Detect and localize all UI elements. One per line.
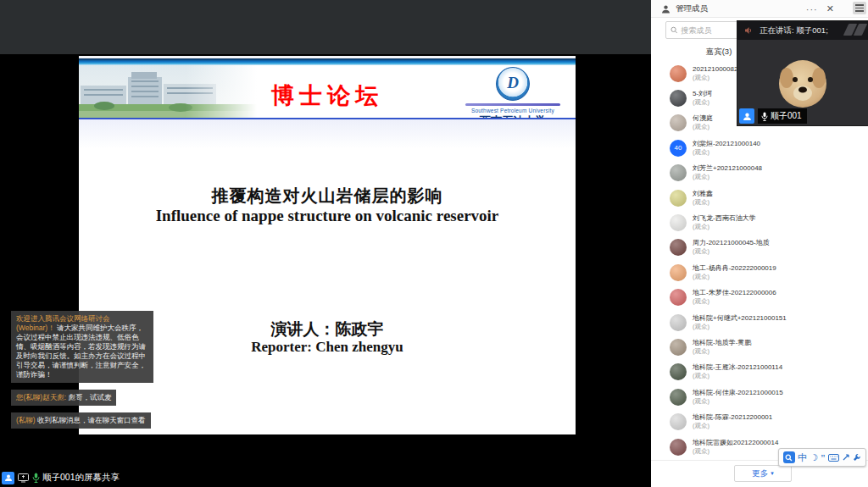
member-row[interactable]: 地科院+何继武+202121000151(观众) [651, 310, 868, 335]
member-avatar [670, 389, 687, 406]
speaker-name: 顺子001 [771, 110, 802, 122]
member-role: (观众) [693, 447, 778, 456]
slide-body-fade [79, 119, 576, 148]
member-avatar [670, 314, 687, 331]
slide-title-en: Influence of nappe structure on volcanic… [79, 207, 576, 225]
member-role: (观众) [693, 323, 787, 331]
member-role: (观众) [693, 74, 740, 82]
member-badge-icon [2, 472, 14, 484]
member-avatar [670, 214, 687, 231]
search-icon [670, 26, 677, 34]
member-role: (观众) [693, 173, 762, 181]
member-role: (观众) [693, 273, 776, 281]
speaking-label: 正在讲话: 顺子001; [760, 25, 828, 36]
member-row[interactable]: 刘芳兰+202121000048(观众) [651, 161, 868, 185]
share-banner-text: 顺子001的屏幕共享 [42, 472, 120, 484]
speaker-icon [744, 26, 753, 35]
member-avatar [670, 239, 687, 256]
chat-message-sender: (私聊) [16, 416, 37, 424]
member-row[interactable]: 刘飞龙-西南石油大学(观众) [651, 210, 868, 235]
member-name: 地工-杨冉冉-202222000019 [693, 264, 776, 273]
member-name: 地科院雷媛如202122000014 [693, 439, 778, 447]
member-avatar [670, 289, 687, 306]
chat-message-overlay: 欢迎进入腾讯会议网络研讨会(Webinar)！ 请大家共同维护大会秩序，会议过程… [11, 311, 153, 434]
member-name: 刘芳兰+202121000048 [693, 164, 762, 173]
slide-banner: 博士论坛 D Southwest Petroleum University 西南… [79, 65, 576, 118]
member-role: (观众) [693, 123, 713, 131]
member-row[interactable]: 周力-202121000045-地质(观众) [651, 235, 868, 260]
member-role: (观众) [693, 397, 783, 406]
member-role: (观众) [693, 198, 713, 207]
ime-keyboard-icon[interactable] [828, 454, 839, 462]
logo-letter: D [497, 74, 529, 92]
member-role: (观众) [693, 247, 770, 256]
chat-message: (私聊) 收到私聊消息，请在聊天窗口查看 [11, 412, 151, 429]
panel-header: 管理成员 ··· ✕ [651, 0, 868, 18]
ime-toolbar[interactable]: 中 ☽ ’’ [778, 448, 866, 467]
member-row[interactable]: 地工-杨冉冉-202222000019(观众) [651, 260, 868, 285]
member-row[interactable]: 地科院-王雁冰-202121000114(观众) [651, 360, 868, 385]
speaker-video-tile[interactable]: 正在讲话: 顺子001; 顺子001 [737, 21, 868, 125]
university-name-en: Southwest Petroleum University [462, 108, 564, 113]
member-avatar [670, 90, 687, 107]
university-logo-icon: D [496, 67, 530, 101]
member-name: 地科院-何佳康-202121000015 [693, 389, 783, 397]
member-name: 地科院+何继武+202121000151 [693, 314, 787, 323]
ime-handwriting-icon[interactable] [842, 453, 850, 462]
member-role: (观众) [693, 98, 712, 107]
more-button-label: 更多 [752, 468, 768, 479]
dog-avatar [778, 59, 827, 112]
member-avatar [670, 264, 687, 281]
member-name: 刘雅鑫 [693, 190, 713, 198]
caret-down-icon: ▾ [771, 470, 774, 477]
member-name: 地科院-地质学-黄鹏 [693, 339, 751, 347]
slide-title-cn: 推覆构造对火山岩储层的影响 [79, 185, 576, 208]
ime-toolbox-icon[interactable] [853, 453, 861, 462]
member-role: (观众) [693, 372, 782, 380]
member-name: 地科院-王雁冰-202121000114 [693, 363, 782, 372]
stage-top-band [0, 0, 651, 54]
speaking-status-bar: 正在讲话: 顺子001; [737, 21, 868, 40]
member-role: (观众) [693, 223, 756, 231]
ime-fullwidth-icon[interactable]: ☽ [810, 453, 818, 462]
close-icon[interactable]: ✕ [826, 3, 834, 14]
member-role: (观众) [693, 297, 776, 306]
more-button[interactable]: 更多 ▾ [734, 465, 792, 482]
member-role: (观众) [693, 148, 760, 157]
microphone-icon [761, 112, 768, 121]
member-name: 202121000082- [693, 65, 740, 74]
member-row[interactable]: 地工-朱梦佳-202122000006(观众) [651, 285, 868, 310]
member-role: (观众) [693, 422, 772, 430]
members-icon [661, 4, 670, 14]
member-avatar [670, 439, 687, 456]
menu-icon[interactable] [853, 2, 866, 14]
ime-punctuation-icon[interactable]: ’’ [821, 453, 826, 462]
more-options-icon[interactable]: ··· [806, 4, 818, 14]
member-row[interactable]: 地科院-地质学-黄鹏(观众) [651, 335, 868, 359]
logo-divider [465, 103, 560, 106]
video-nameplate: 顺子001 [739, 108, 807, 124]
chat-message: 您(私聊)赵天彪: 彪哥，试试麦 [11, 390, 116, 406]
member-avatar [670, 114, 687, 131]
member-name: 何澳庭 [693, 114, 713, 123]
member-name: 5-刘珂 [693, 90, 712, 98]
member-row[interactable]: 40刘棠烜-202121000140(观众) [651, 136, 868, 160]
member-row[interactable]: 地科院-何佳康-202121000015(观众) [651, 385, 868, 409]
ime-chinese-mode-icon[interactable]: 中 [798, 453, 807, 462]
member-row[interactable]: 刘雅鑫(观众) [651, 185, 868, 210]
member-avatar [670, 363, 687, 380]
member-name: 周力-202121000045-地质 [693, 239, 770, 247]
slide-blue-gradient-bar [79, 58, 576, 65]
member-row[interactable]: 地科院-陈霖-20212200001(观众) [651, 409, 868, 434]
member-name: 地科院-陈霖-20212200001 [693, 413, 772, 422]
member-avatar: 40 [670, 140, 687, 157]
member-role: (观众) [693, 347, 751, 356]
member-name: 刘飞龙-西南石油大学 [693, 214, 756, 223]
chat-message-sender: 您(私聊)赵天彪: [16, 393, 68, 401]
chat-message-body: 收到私聊消息，请在聊天窗口查看 [37, 416, 146, 424]
ime-search-icon[interactable] [783, 451, 795, 463]
screen-share-status-bar: 顺子001的屏幕共享 [0, 470, 125, 485]
member-avatar [670, 413, 687, 430]
member-avatar [670, 164, 687, 181]
chat-message-body: 彪哥，试试麦 [68, 393, 111, 401]
